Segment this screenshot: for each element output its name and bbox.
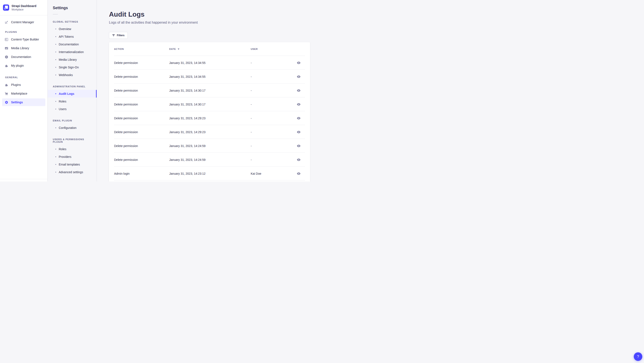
subnav-item-media-library[interactable]: Media Library bbox=[48, 56, 96, 64]
sidebar-item-label: Documentation bbox=[11, 55, 31, 59]
sidebar-item-media-library[interactable]: Media Library bbox=[0, 44, 48, 52]
bullet-icon bbox=[55, 109, 56, 110]
view-details-button[interactable] bbox=[295, 73, 302, 80]
cell-action: Delete permission bbox=[114, 158, 169, 161]
subnav-title: Settings bbox=[53, 6, 92, 10]
eye-icon bbox=[297, 89, 300, 92]
subnav-item-label: Roles bbox=[59, 147, 66, 151]
subnav-item-label: Configuration bbox=[59, 126, 76, 130]
table-row[interactable]: Delete permission January 31, 2023, 14:3… bbox=[109, 70, 310, 84]
subnav-item-email-templates[interactable]: Email templates bbox=[48, 161, 96, 168]
column-header-user[interactable]: USER bbox=[251, 48, 292, 50]
cell-date: January 31, 2023, 14:34:55 bbox=[169, 61, 251, 65]
subnav-item-label: Users bbox=[59, 107, 66, 111]
cell-date: January 31, 2023, 14:34:55 bbox=[169, 75, 251, 78]
sidebar-item-settings[interactable]: Settings bbox=[2, 98, 45, 106]
filter-icon bbox=[112, 34, 115, 37]
sidebar-item-my-plugin[interactable]: My plugin bbox=[0, 62, 48, 70]
table-row[interactable]: Delete permission January 31, 2023, 14:3… bbox=[109, 97, 310, 111]
table-row[interactable]: Delete permission January 31, 2023, 14:3… bbox=[109, 84, 310, 97]
subnav-item-label: Media Library bbox=[59, 58, 77, 61]
subnav-item-webhooks[interactable]: Webhooks bbox=[48, 71, 96, 79]
subnav-item-label: Advanced settings bbox=[59, 170, 83, 174]
nav-section-label-plugins: PLUGINS bbox=[5, 31, 48, 33]
subnav-item-label: Audit Logs bbox=[59, 92, 74, 95]
bullet-icon bbox=[55, 44, 56, 45]
view-details-button[interactable] bbox=[295, 129, 302, 136]
table-row[interactable]: Admin login January 31, 2023, 14:23:12 K… bbox=[109, 167, 310, 180]
subnav-item-label: Providers bbox=[59, 155, 71, 159]
sidebar-nav: Content Manager PLUGINS Content-Type Bui… bbox=[0, 15, 48, 106]
subnav-item-users[interactable]: Users bbox=[48, 105, 96, 113]
view-details-button[interactable] bbox=[295, 156, 302, 163]
filters-label: Filters bbox=[117, 34, 124, 37]
user-area: KD Kai Doe bbox=[0, 179, 48, 182]
sidebar-item-label: Plugins bbox=[11, 83, 21, 87]
subnav-item-overview[interactable]: Overview bbox=[48, 25, 96, 33]
cell-user: - bbox=[251, 117, 292, 120]
bullet-icon bbox=[55, 172, 56, 173]
subnav-item-roles-admin[interactable]: Roles bbox=[48, 98, 96, 105]
bullet-icon bbox=[55, 75, 56, 75]
subnav-item-advanced-settings[interactable]: Advanced settings bbox=[48, 168, 96, 176]
view-details-button[interactable] bbox=[295, 60, 302, 66]
subnav-item-internationalization[interactable]: Internationalization bbox=[48, 48, 96, 56]
subnav-item-documentation[interactable]: Documentation bbox=[48, 41, 96, 48]
eye-icon bbox=[297, 117, 300, 120]
bullet-icon bbox=[55, 93, 56, 94]
cell-action: Delete permission bbox=[114, 144, 169, 148]
subnav-item-label: Overview bbox=[59, 27, 71, 31]
view-details-button[interactable] bbox=[295, 87, 302, 94]
sidebar-item-content-manager[interactable]: Content Manager bbox=[0, 18, 48, 26]
cell-action: Delete permission bbox=[114, 117, 169, 120]
subnav-section-label-users-permissions-plugin: USERS & PERMISSIONS PLUGIN bbox=[53, 138, 92, 143]
subnav-item-label: Email templates bbox=[59, 163, 80, 166]
view-details-button[interactable] bbox=[295, 101, 302, 108]
app-window: Strapi Dashboard Workplace Content Manag… bbox=[0, 0, 322, 182]
subnav-item-label: Webhooks bbox=[59, 73, 73, 77]
subnav-item-label: Documentation bbox=[59, 43, 79, 46]
subnav-item-audit-logs[interactable]: Audit Logs bbox=[48, 90, 96, 98]
subnav-item-providers[interactable]: Providers bbox=[48, 153, 96, 161]
sidebar-item-documentation[interactable]: Documentation bbox=[0, 53, 48, 61]
eye-icon bbox=[297, 103, 300, 106]
sidebar-item-plugins[interactable]: Plugins bbox=[0, 81, 48, 89]
table-row[interactable]: Delete permission January 31, 2023, 14:2… bbox=[109, 139, 310, 153]
cell-action: Admin login bbox=[114, 172, 169, 175]
cell-date: January 31, 2023, 14:30:17 bbox=[169, 89, 251, 92]
bullet-icon bbox=[55, 59, 56, 60]
view-details-button[interactable] bbox=[295, 115, 302, 122]
cell-action: Delete permission bbox=[114, 89, 169, 92]
view-details-button[interactable] bbox=[295, 143, 302, 149]
filters-button[interactable]: Filters bbox=[109, 32, 128, 39]
page-subtitle: Logs of all the activities that happened… bbox=[109, 20, 310, 25]
sidebar-item-label: Media Library bbox=[11, 47, 29, 50]
column-header-date[interactable]: DATE bbox=[169, 48, 251, 50]
cell-user: Kai Doe bbox=[251, 172, 292, 175]
table-row[interactable]: Delete permission January 31, 2023, 14:2… bbox=[109, 153, 310, 167]
subnav-item-api-tokens[interactable]: API Tokens bbox=[48, 33, 96, 41]
view-details-button[interactable] bbox=[295, 170, 302, 177]
puzzle-icon bbox=[5, 64, 8, 68]
cell-date: January 31, 2023, 14:23:12 bbox=[169, 172, 251, 175]
bullet-icon bbox=[55, 67, 56, 68]
table-row[interactable]: Delete permission January 31, 2023, 14:3… bbox=[109, 56, 310, 70]
main-sidebar: Strapi Dashboard Workplace Content Manag… bbox=[0, 0, 48, 182]
sidebar-item-marketplace[interactable]: Marketplace bbox=[0, 90, 48, 97]
sidebar-item-label: Content Manager bbox=[11, 21, 34, 24]
table-row[interactable]: Delete permission January 31, 2023, 14:2… bbox=[109, 125, 310, 139]
brand-home-link[interactable]: Strapi Dashboard Workplace bbox=[0, 0, 48, 15]
column-header-date-label: DATE bbox=[169, 48, 176, 50]
eye-icon bbox=[297, 131, 300, 133]
bullet-icon bbox=[55, 52, 56, 52]
column-header-action[interactable]: ACTION bbox=[114, 48, 169, 50]
subnav-item-label: Internationalization bbox=[59, 50, 84, 54]
subnav-item-configuration[interactable]: Configuration bbox=[48, 124, 96, 132]
table-row[interactable]: Delete permission January 31, 2023, 14:2… bbox=[109, 111, 310, 125]
nav-section-label-general: GENERAL bbox=[5, 76, 48, 79]
subnav-item-roles-up[interactable]: Roles bbox=[48, 145, 96, 153]
sidebar-item-content-type-builder[interactable]: Content-Type Builder bbox=[0, 36, 48, 43]
eye-icon bbox=[297, 145, 300, 147]
sidebar-item-label: Marketplace bbox=[11, 92, 27, 95]
subnav-item-single-sign-on[interactable]: Single Sign-On bbox=[48, 64, 96, 71]
